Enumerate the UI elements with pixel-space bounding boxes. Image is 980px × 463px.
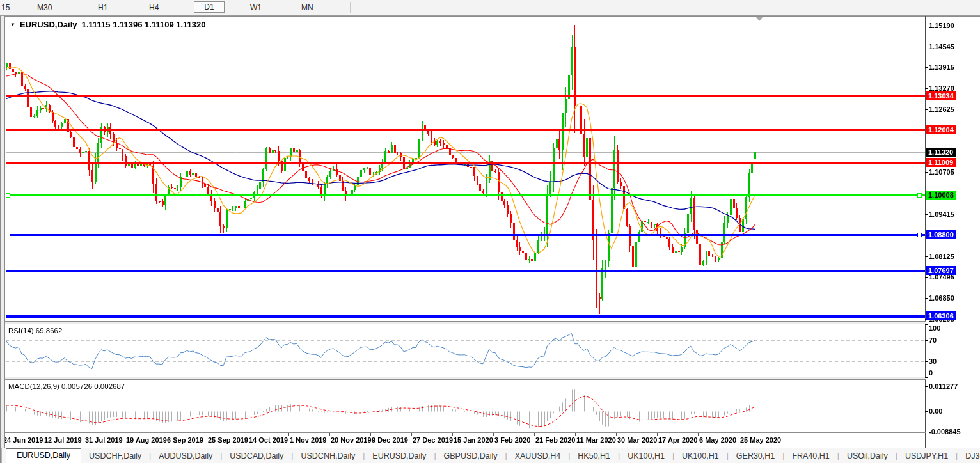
price-tick-label: 1.14545 <box>929 43 954 51</box>
timeframe-button-d1[interactable]: D1 <box>194 1 225 13</box>
date-tick-label: 9 Dec 2019 <box>372 436 408 444</box>
date-tick-label: 6 May 2020 <box>699 436 736 444</box>
date-tick-label: 1 Nov 2019 <box>290 436 326 444</box>
rsi-tick-mark <box>925 377 928 378</box>
date-tick-label: 15 Jan 2020 <box>454 436 493 444</box>
date-tick-label: 6 Sep 2019 <box>167 436 203 444</box>
level-price-label[interactable]: 1.12004 <box>926 125 956 134</box>
macd-tick-label: 0.00 <box>929 407 942 416</box>
date-tick-mark <box>370 433 371 436</box>
date-tick-label: 12 Jul 2019 <box>44 436 82 444</box>
date-tick-label: 11 Mar 2020 <box>576 436 616 444</box>
chart-canvas[interactable] <box>0 0 980 463</box>
panel-splitter-rsi[interactable] <box>0 321 926 324</box>
symbol-tab-usdjpy[interactable]: USDJPY,H1 <box>897 450 956 462</box>
timeframe-toolbar: 15M30H1H4D1W1MN <box>0 0 980 16</box>
price-tick-mark <box>925 26 928 26</box>
macd-tick-mark <box>925 432 928 432</box>
symbol-tab-usoil[interactable]: USOil,Daily <box>839 450 896 462</box>
symbol-tab-fra40[interactable]: FRA40,H1 <box>784 450 837 462</box>
symbol-tab-bar: EURUSD,DailyUSDCHF,Daily|AUDUSD,Daily|US… <box>0 448 980 463</box>
date-tick-mark <box>411 433 412 436</box>
current-price-label: 1.11320 <box>926 148 956 157</box>
macd-tick-label: -0.008845 <box>929 428 961 436</box>
macd-tick-mark <box>925 411 928 412</box>
date-tick-mark <box>329 433 330 436</box>
level-price-label[interactable]: 1.13034 <box>926 91 956 100</box>
price-tick-mark <box>925 109 928 110</box>
price-tick-mark <box>925 172 928 173</box>
date-tick-mark <box>288 433 289 436</box>
price-tick-mark <box>925 67 928 68</box>
rsi-tick-label: 30 <box>929 357 937 366</box>
toolbar-separator <box>350 2 351 13</box>
window-left-edge <box>0 16 5 463</box>
date-tick-label: 21 Feb 2020 <box>535 436 575 444</box>
price-tick-mark <box>925 256 928 257</box>
date-tick-mark <box>452 433 453 436</box>
symbol-tab-uk100[interactable]: UK100,H1 <box>674 450 727 462</box>
date-tick-mark <box>657 433 658 436</box>
symbol-tab-usdcad[interactable]: USDCAD,Daily <box>222 450 291 462</box>
rsi-label: RSI(14) 69.8662 <box>8 327 62 334</box>
timeframe-button-mn[interactable]: MN <box>301 3 313 12</box>
symbol-tab-gbpusd[interactable]: GBPUSD,Daily <box>436 450 505 462</box>
rsi-tick-label: 100 <box>929 324 940 333</box>
price-tick-label: 1.12625 <box>929 106 954 114</box>
toolbar-separator <box>186 2 186 13</box>
macd-label: MACD(12,26,9) 0.005726 0.002687 <box>8 382 125 390</box>
symbol-tab-audusd[interactable]: AUDUSD,Daily <box>151 450 220 462</box>
price-tick-label: 1.13915 <box>929 63 954 72</box>
rsi-tick-mark <box>925 324 928 325</box>
level-price-label[interactable]: 1.07697 <box>926 266 956 275</box>
macd-tick-mark <box>925 386 928 387</box>
symbol-tab-ger30[interactable]: GER30,H1 <box>729 450 782 462</box>
date-tick-label: 27 Dec 2019 <box>413 436 453 444</box>
date-tick-mark <box>248 433 248 436</box>
symbol-tab-uk100[interactable]: UK100,H1 <box>620 450 672 462</box>
level-price-label[interactable]: 1.06306 <box>926 311 956 320</box>
date-tick-label: 25 May 2020 <box>740 436 781 444</box>
date-axis-border <box>0 432 926 433</box>
symbol-tab-usdcnh[interactable]: USDCNH,Daily <box>293 450 363 462</box>
tab-items: EURUSD,DailyUSDCHF,Daily|AUDUSD,Daily|US… <box>2 448 980 463</box>
date-tick-label: 25 Sep 2019 <box>208 436 248 444</box>
date-tick-mark <box>84 433 84 436</box>
timeframe-button-w1[interactable]: W1 <box>250 3 262 12</box>
symbol-tab-usdchf[interactable]: USDCHF,Daily <box>81 450 149 462</box>
date-tick-mark <box>616 433 617 436</box>
date-tick-label: 24 Jun 2019 <box>3 436 43 444</box>
date-tick-label: 30 Mar 2020 <box>617 436 657 444</box>
date-tick-label: 19 Aug 2019 <box>126 436 167 444</box>
price-tick-label: 1.08125 <box>929 253 954 261</box>
date-tick-mark <box>534 433 535 436</box>
symbol-tab-dj30[interactable]: DJ30,H1 <box>958 450 980 462</box>
price-tick-mark <box>925 298 928 299</box>
date-tick-label: 3 Feb 2020 <box>494 436 530 444</box>
level-price-label[interactable]: 1.11009 <box>926 158 956 167</box>
chart-top-border <box>0 16 980 17</box>
price-tick-label: 1.09415 <box>929 210 954 219</box>
symbol-tab-xauusd[interactable]: XAUUSD,H4 <box>507 450 569 462</box>
date-tick-label: 14 Oct 2019 <box>249 436 288 444</box>
chart-shift-marker-icon[interactable] <box>756 17 763 21</box>
rsi-tick-label: 70 <box>929 336 937 345</box>
rsi-tick-label: 0 <box>929 369 933 377</box>
date-tick-mark <box>125 433 125 436</box>
panel-splitter-macd[interactable] <box>0 377 926 380</box>
price-tick-mark <box>925 47 928 47</box>
symbol-tab-eurusd-active[interactable]: EURUSD,Daily <box>6 448 81 463</box>
rsi-tick-mark <box>925 361 928 362</box>
price-tick-label: 1.06850 <box>929 294 954 302</box>
level-price-label[interactable]: 1.10008 <box>926 191 956 200</box>
chevron-down-icon[interactable]: ▼ <box>10 22 15 27</box>
timeframe-button-15[interactable]: 15 <box>1 3 10 12</box>
level-price-label[interactable]: 1.08800 <box>926 230 956 239</box>
symbol-info-line: ▼EURUSD,Daily 1.11115 1.11396 1.11109 1.… <box>10 20 206 29</box>
symbol-tab-hk50[interactable]: HK50,H1 <box>570 450 618 462</box>
timeframe-button-m30[interactable]: M30 <box>37 3 52 12</box>
macd-tick-label: 0.011277 <box>929 382 958 391</box>
timeframe-button-h4[interactable]: H4 <box>149 3 159 12</box>
timeframe-button-h1[interactable]: H1 <box>98 3 107 12</box>
symbol-tab-eurusd[interactable]: EURUSD,Daily <box>365 450 434 462</box>
